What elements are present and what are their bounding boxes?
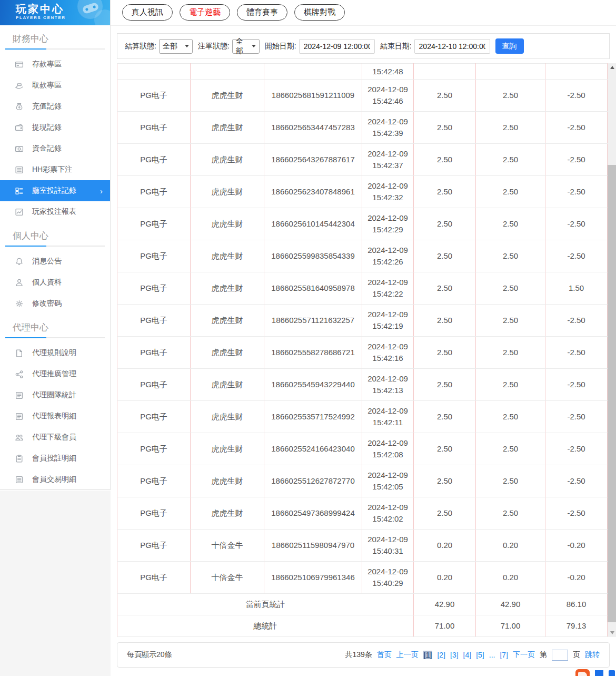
table-row: PG电子虎虎生财18660255711216322572024-12-09 15… <box>117 305 608 337</box>
cell-valid-bet: 0.20 <box>476 562 545 594</box>
cell-bet: 2.50 <box>414 497 476 530</box>
sidebar-item[interactable]: HH彩票下注 <box>0 159 110 180</box>
first-page-link[interactable]: 首页 <box>377 650 392 660</box>
prev-page-link[interactable]: 上一页 <box>396 650 419 660</box>
end-date-label: 結束日期: <box>380 42 412 51</box>
cell-bet: 2.50 <box>414 208 476 240</box>
cell-bet: 2.50 <box>414 433 476 465</box>
cell-valid-bet: 2.50 <box>476 401 545 433</box>
sidebar-item[interactable]: 充值記錄 <box>0 96 110 117</box>
sidebar-item[interactable]: 資金記錄 <box>0 138 110 159</box>
cell-order-id: 1866025643267887617 <box>264 144 362 176</box>
jump-page-input[interactable] <box>552 650 568 661</box>
cell-bet: 2.50 <box>414 144 476 176</box>
tab-category[interactable]: 真人視訊 <box>122 4 173 21</box>
chevron-down-icon <box>252 45 256 47</box>
cell-provider: PG电子 <box>117 369 191 401</box>
sidebar-item[interactable]: 玩家投注報表 <box>0 201 110 222</box>
end-date-input[interactable] <box>414 39 490 54</box>
cell-valid-bet: 2.50 <box>476 465 545 497</box>
settle-status-label: 結算狀態: <box>125 42 156 51</box>
withdrawal-wallet-icon <box>15 123 24 132</box>
sidebar-item[interactable]: 代理推廣管理 <box>0 364 110 385</box>
sidebar-item-label: 取款專區 <box>32 81 62 90</box>
funds-money-icon <box>15 144 24 153</box>
scroll-down-arrow[interactable] <box>608 629 616 637</box>
current-page[interactable]: [1] <box>423 651 433 659</box>
cell-valid-bet: 2.50 <box>476 497 545 530</box>
order-status-select[interactable]: 全部 <box>232 39 260 54</box>
section-underline <box>5 48 105 50</box>
cell-time: 2024-12-09 15:42:08 <box>362 433 414 465</box>
sidebar-item[interactable]: 代理團隊統計 <box>0 385 110 406</box>
sidebar-item[interactable]: 代理下級會員 <box>0 427 110 448</box>
search-button[interactable]: 查詢 <box>495 38 524 54</box>
sidebar-item[interactable]: 廳室投註記錄› <box>0 180 110 201</box>
cell-profit: -2.50 <box>545 80 608 112</box>
page-link[interactable]: [2] <box>437 651 445 659</box>
cell-time: 2024-12-09 15:42:02 <box>362 497 414 530</box>
player-report-chart-icon <box>15 208 24 217</box>
recharge-moneybag-icon <box>15 102 24 111</box>
cell-game: 虎虎生财 <box>191 208 264 240</box>
sidebar-item-label: 消息公告 <box>32 257 62 266</box>
cell-order-id: 1866025571121632257 <box>264 305 362 337</box>
start-date-input[interactable] <box>299 39 375 54</box>
sidebar-item[interactable]: 存款專區 <box>0 54 110 75</box>
scroll-up-arrow[interactable] <box>608 63 616 72</box>
cell-provider: PG电子 <box>117 433 191 465</box>
cell-profit: -2.50 <box>545 465 608 497</box>
sidebar-item[interactable]: 會員投註明細 <box>0 448 110 469</box>
page-size-label: 每頁顯示20條 <box>127 650 172 660</box>
table-scroll-area: 15:42:48PG电子虎虎生财18660256815912110092024-… <box>117 63 616 637</box>
cell-time: 2024-12-09 15:42:16 <box>362 337 414 369</box>
sidebar-item[interactable]: 代理報表明細 <box>0 406 110 427</box>
sidebar-item[interactable]: 提現記錄 <box>0 117 110 138</box>
cell-valid-bet: 2.50 <box>476 176 545 208</box>
jump-button[interactable]: 跳转 <box>585 650 600 660</box>
bell-icon <box>15 257 24 266</box>
table-row: PG电子虎虎生财18660256432678876172024-12-09 15… <box>117 144 608 176</box>
page-link[interactable]: [3] <box>450 651 459 659</box>
cell-time: 2024-12-09 15:40:29 <box>362 562 414 594</box>
sidebar-item[interactable]: 會員交易明細 <box>0 469 110 490</box>
vertical-scrollbar[interactable] <box>608 63 616 637</box>
page-link[interactable]: [4] <box>463 651 472 659</box>
cell-game: 虎虎生财 <box>191 401 264 433</box>
cell-game: 虎虎生财 <box>191 80 264 112</box>
cell-profit: -2.50 <box>545 337 608 369</box>
lottery-list-icon <box>15 165 24 174</box>
page-link[interactable]: ... <box>489 651 495 659</box>
cell-profit: -2.50 <box>545 144 608 176</box>
sidebar-item[interactable]: 消息公告 <box>0 251 110 272</box>
pager: 共139条首页上一页[1][2][3][4][5]...[7]下一页第页跳转 <box>345 650 600 661</box>
order-status-value: 全部 <box>236 37 249 56</box>
settle-status-select[interactable]: 全部 <box>159 39 193 54</box>
total-count-label: 共139条 <box>345 650 372 660</box>
cell-profit: -2.50 <box>545 305 608 337</box>
sidebar-item[interactable]: 取款專區 <box>0 75 110 96</box>
ime-logo-icon <box>575 669 590 676</box>
cell-time: 2024-12-09 15:42:26 <box>362 240 414 272</box>
order-status-label: 注單狀態: <box>198 42 230 51</box>
next-page-link[interactable]: 下一页 <box>513 650 535 660</box>
tab-active[interactable]: 電子遊藝 <box>180 4 230 21</box>
scrollbar-thumb[interactable] <box>608 165 616 622</box>
cell-provider: PG电子 <box>117 80 191 112</box>
tab-category[interactable]: 體育賽事 <box>237 4 287 21</box>
cell-bet: 2.50 <box>414 369 476 401</box>
table-row: PG电子虎虎生财18660256815912110092024-12-09 15… <box>117 80 608 112</box>
summary-value: 86.10 <box>545 594 608 615</box>
page-link[interactable]: [5] <box>476 651 484 659</box>
cell-provider: PG电子 <box>117 176 191 208</box>
sidebar-item[interactable]: 代理規則說明 <box>0 342 110 364</box>
cell-provider: PG电子 <box>117 465 191 497</box>
tab-category[interactable]: 棋牌對戰 <box>294 4 345 21</box>
page-link[interactable]: [7] <box>500 651 508 659</box>
sidebar-item[interactable]: 修改密碼 <box>0 293 110 314</box>
sidebar-item[interactable]: 個人資料 <box>0 272 110 293</box>
section-title: 財務中心 <box>5 33 105 45</box>
cell-valid-bet: 2.50 <box>476 272 545 305</box>
clipboard-icon <box>15 454 24 463</box>
cell-order-id: 1866025115980947970 <box>264 530 362 562</box>
